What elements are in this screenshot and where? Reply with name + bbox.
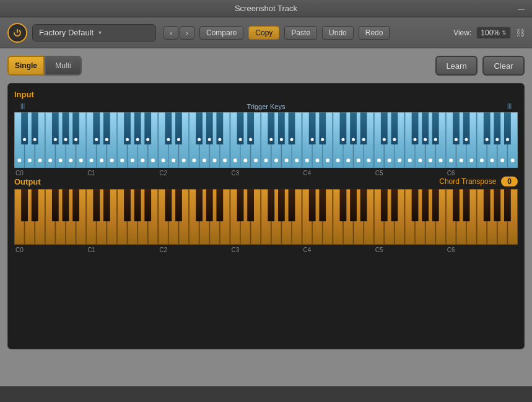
single-mode-button[interactable]: Single xyxy=(7,56,45,76)
nav-arrows: ‹ › xyxy=(164,26,194,40)
learn-button[interactable]: Learn xyxy=(435,56,477,76)
plugin-area: Single Multi Learn Clear Input Trigger K… xyxy=(0,48,532,386)
link-icon[interactable]: ⛓ xyxy=(516,28,525,38)
mode-buttons: Single Multi xyxy=(7,56,82,76)
compare-button[interactable]: Compare xyxy=(199,26,243,40)
clear-button[interactable]: Clear xyxy=(482,56,525,76)
window-close-button[interactable]: — xyxy=(518,5,525,12)
out-octave-label-c3: C3 xyxy=(230,247,302,253)
octave-label-c6: C6 xyxy=(446,170,518,177)
zoom-value: 100% xyxy=(481,28,500,37)
output-keyboard[interactable] xyxy=(14,189,518,245)
out-octave-label-c1: C1 xyxy=(86,247,158,253)
next-preset-button[interactable]: › xyxy=(180,26,194,40)
out-octave-label-c0: C0 xyxy=(14,247,86,253)
action-buttons: Learn Clear xyxy=(435,56,525,76)
chord-transpose-value[interactable]: 0 xyxy=(501,177,518,186)
copy-button[interactable]: Copy xyxy=(248,26,279,40)
zoom-arrows-icon: ⇅ xyxy=(502,30,507,36)
out-octave-label-c6: C6 xyxy=(446,247,518,253)
top-controls: Single Multi Learn Clear xyxy=(7,56,525,76)
preset-name: Factory Default xyxy=(39,28,94,37)
multi-mode-button[interactable]: Multi xyxy=(45,56,82,76)
octave-label-c2: C2 xyxy=(158,170,230,177)
redo-button[interactable]: Redo xyxy=(359,26,390,40)
piano-section: Input Trigger Keys C0 C1 C2 C3 C4 C5 C6 … xyxy=(7,83,525,349)
chevron-down-icon: ▾ xyxy=(98,29,102,36)
preset-dropdown[interactable]: Factory Default ▾ xyxy=(32,24,156,42)
input-piano-canvas[interactable] xyxy=(14,112,518,168)
octave-label-c3: C3 xyxy=(230,170,302,177)
trigger-keys-label: Trigger Keys xyxy=(14,103,518,110)
prev-preset-button[interactable]: ‹ xyxy=(164,26,178,40)
window-title: Screenshot Track xyxy=(235,4,297,13)
chord-transpose-row: Output Chord Transpose 0 xyxy=(14,177,518,186)
undo-button[interactable]: Undo xyxy=(322,26,354,40)
input-keyboard[interactable] xyxy=(14,112,518,168)
power-button[interactable] xyxy=(7,23,27,43)
output-octave-labels: C0 C1 C2 C3 C4 C5 C6 xyxy=(14,245,518,253)
output-piano-canvas[interactable] xyxy=(14,189,518,245)
paste-button[interactable]: Paste xyxy=(284,26,317,40)
octave-label-c5: C5 xyxy=(374,170,446,177)
zoom-control[interactable]: 100% ⇅ xyxy=(476,27,511,39)
footer: Chord Trigger ▾ Learn Remote: ▾ Off ▾ xyxy=(0,386,532,402)
octave-label-c1: C1 xyxy=(86,170,158,177)
chord-transpose-label: Chord Transpose xyxy=(439,177,496,186)
out-octave-label-c2: C2 xyxy=(158,247,230,253)
input-octave-labels: C0 C1 C2 C3 C4 C5 C6 xyxy=(14,168,518,177)
out-octave-label-c4: C4 xyxy=(302,247,374,253)
toolbar: Factory Default ▾ ‹ › Compare Copy Paste… xyxy=(0,17,532,48)
output-label: Output xyxy=(14,177,41,186)
input-label: Input xyxy=(14,90,518,99)
title-bar: Screenshot Track — xyxy=(0,0,532,17)
octave-label-c4: C4 xyxy=(302,170,374,177)
out-octave-label-c5: C5 xyxy=(374,247,446,253)
toolbar-right: View: 100% ⇅ ⛓ xyxy=(453,27,525,39)
view-label: View: xyxy=(453,28,471,37)
octave-label-c0: C0 xyxy=(14,170,86,177)
